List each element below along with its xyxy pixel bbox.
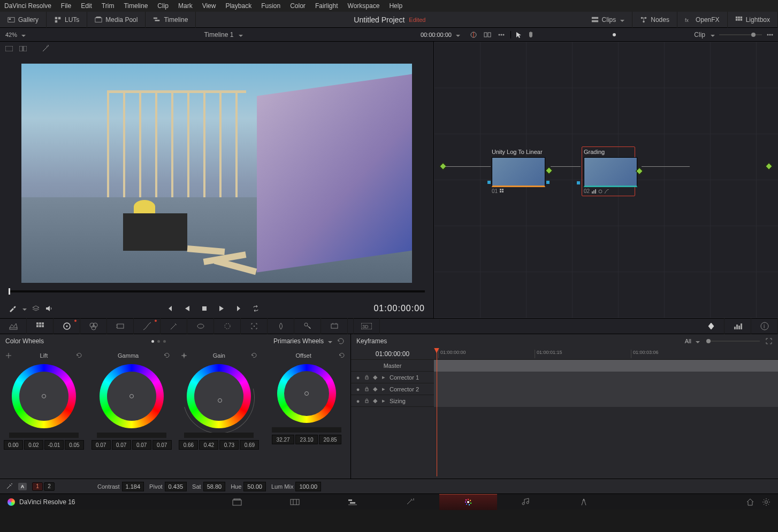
gamma-val-y[interactable]: 0.07 xyxy=(91,440,111,450)
blur-palette[interactable] xyxy=(268,318,294,334)
menu-clip[interactable]: Clip xyxy=(157,2,169,10)
expand-arrow-icon[interactable]: ▸ xyxy=(381,398,386,404)
menu-fairlight[interactable]: Fairlight xyxy=(315,2,338,10)
keyframes-panel-button[interactable] xyxy=(698,318,724,334)
offset-val-r[interactable]: 32.27 xyxy=(272,435,294,444)
viewer-scrubber[interactable] xyxy=(0,288,433,299)
luts-button[interactable]: LUTs xyxy=(47,12,87,28)
play-icon[interactable] xyxy=(218,305,225,312)
expand-arrow-icon[interactable]: ▸ xyxy=(381,375,386,380)
clip-dropdown[interactable]: Clip xyxy=(694,31,705,38)
info-panel-button[interactable]: i xyxy=(751,318,778,334)
enable-dot-icon[interactable]: ● xyxy=(355,387,361,392)
lift-val-y[interactable]: 0.00 xyxy=(4,440,23,450)
prev-clip-icon[interactable] xyxy=(166,305,174,312)
expand-icon[interactable] xyxy=(765,337,773,345)
lightbox-button[interactable]: Lightbox xyxy=(728,12,778,28)
scopes-panel-button[interactable] xyxy=(724,318,751,334)
reset-icon[interactable] xyxy=(164,352,170,359)
menu-view[interactable]: View xyxy=(202,2,216,10)
timeline-name[interactable]: Timeline 1 xyxy=(204,31,233,38)
nodes-button[interactable]: Nodes xyxy=(632,12,677,28)
gain-color-wheel[interactable] xyxy=(187,364,251,428)
menu-workspace[interactable]: Workspace xyxy=(348,2,380,10)
picker-icon[interactable] xyxy=(5,352,12,359)
fusion-page[interactable] xyxy=(382,494,439,510)
eyedropper-icon[interactable] xyxy=(9,305,16,312)
gamma-master-slider[interactable] xyxy=(97,433,166,438)
gamma-color-wheel[interactable] xyxy=(100,364,164,428)
split-screen-icon[interactable] xyxy=(482,29,493,41)
offset-master-slider[interactable] xyxy=(272,427,341,433)
tracker-palette[interactable] xyxy=(241,318,268,334)
viewer-mode-1[interactable] xyxy=(3,43,15,55)
sizing-palette[interactable] xyxy=(321,318,348,334)
color-match-palette[interactable] xyxy=(27,318,54,334)
lift-val-r[interactable]: 0.02 xyxy=(24,440,43,450)
play-reverse-icon[interactable] xyxy=(184,305,191,312)
menu-edit[interactable]: Edit xyxy=(81,2,92,10)
fairlight-page[interactable] xyxy=(497,494,555,510)
gain-val-b[interactable]: 0.69 xyxy=(240,440,259,450)
motion-effects-palette[interactable] xyxy=(107,318,134,334)
gamma-val-g[interactable]: 0.07 xyxy=(132,440,151,450)
page-dot[interactable] xyxy=(157,340,160,343)
keyframe-row-master[interactable]: Master xyxy=(351,360,778,372)
page-dot[interactable] xyxy=(163,340,166,343)
mute-icon[interactable] xyxy=(45,305,52,312)
source-timecode[interactable]: 00:00:00:00 xyxy=(416,32,464,38)
auto-adjust-icon[interactable] xyxy=(5,483,13,490)
gallery-button[interactable]: Gallery xyxy=(0,12,47,28)
qualifier-palette[interactable] xyxy=(187,318,214,334)
openfx-button[interactable]: fx OpenFX xyxy=(677,12,728,28)
picker-icon[interactable] xyxy=(181,352,187,359)
enable-dot-icon[interactable]: ● xyxy=(355,375,361,380)
color-warper-palette[interactable] xyxy=(161,318,187,334)
menu-mark[interactable]: Mark xyxy=(178,2,193,10)
auto-button[interactable]: A xyxy=(18,483,27,490)
sat-value[interactable]: 58.80 xyxy=(203,482,226,491)
color-wheels-palette[interactable] xyxy=(54,318,80,334)
menu-color[interactable]: Color xyxy=(290,2,306,10)
reset-icon[interactable] xyxy=(337,337,345,345)
pivot-value[interactable]: 0.435 xyxy=(165,482,187,491)
reset-icon[interactable] xyxy=(76,352,82,359)
node-zoom-slider[interactable] xyxy=(719,34,762,35)
keyframe-row-corrector2[interactable]: ● ◆ ▸ Corrector 2 xyxy=(351,383,778,395)
viewer-image[interactable] xyxy=(0,56,433,288)
cut-page[interactable] xyxy=(266,494,324,510)
menu-fusion[interactable]: Fusion xyxy=(261,2,280,10)
node-unity-log[interactable]: Unity Log To Linear 01 xyxy=(492,149,545,194)
keyframe-diamond-icon[interactable]: ◆ xyxy=(372,375,378,380)
keyframe-filter-dropdown[interactable]: All xyxy=(685,338,700,344)
hand-icon[interactable] xyxy=(527,31,535,38)
gain-master-slider[interactable] xyxy=(184,433,254,438)
gain-val-y[interactable]: 0.66 xyxy=(179,440,198,450)
options-icon[interactable] xyxy=(495,29,507,41)
3d-palette[interactable]: 3D xyxy=(353,318,380,334)
keyframe-diamond-icon[interactable]: ◆ xyxy=(372,387,378,392)
timeline-button[interactable]: Timeline xyxy=(146,12,196,28)
reset-icon[interactable] xyxy=(339,352,345,359)
keyframe-ruler[interactable]: 01:00:00:00 01:00:01:15 01:00:03:06 xyxy=(434,348,778,360)
adjust-page-2[interactable]: 2 xyxy=(44,482,55,491)
menu-playback[interactable]: Playback xyxy=(225,2,251,10)
page-dot[interactable] xyxy=(151,340,154,343)
viewer-mode-2[interactable] xyxy=(17,43,29,55)
options-icon[interactable] xyxy=(766,31,774,38)
offset-color-wheel[interactable] xyxy=(277,364,336,423)
menu-file[interactable]: File xyxy=(61,2,71,10)
gamma-val-r[interactable]: 0.07 xyxy=(112,440,131,450)
media-pool-button[interactable]: Media Pool xyxy=(87,12,146,28)
rgb-mixer-palette[interactable] xyxy=(80,318,107,334)
contrast-value[interactable]: 1.184 xyxy=(122,482,144,491)
node-graph[interactable]: Unity Log To Linear 01 Grading 02 xyxy=(433,42,778,318)
pointer-icon[interactable] xyxy=(515,31,523,38)
window-palette[interactable] xyxy=(214,318,241,334)
key-palette[interactable] xyxy=(294,318,321,334)
keyframe-row-corrector1[interactable]: ● ◆ ▸ Corrector 1 xyxy=(351,372,778,383)
lock-icon[interactable] xyxy=(364,398,369,404)
menu-timeline[interactable]: Timeline xyxy=(124,2,148,10)
stop-icon[interactable] xyxy=(201,305,208,312)
node-grading[interactable]: Grading 02 xyxy=(582,147,635,196)
